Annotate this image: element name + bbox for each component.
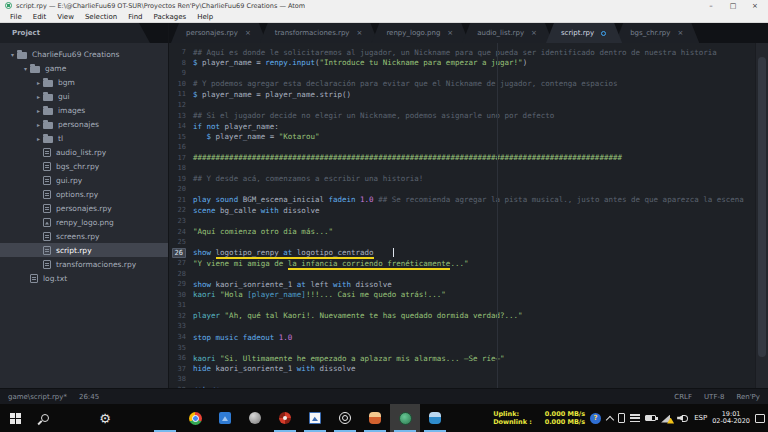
tab-personajes.rpy[interactable]: personajes.rpy×	[171, 23, 267, 43]
taskbar-girl-orange-icon[interactable]	[360, 404, 390, 432]
tab-bar: personajes.rpy×transformaciones.rpy×renp…	[169, 23, 768, 43]
language-indicator[interactable]: ESP	[694, 414, 707, 422]
tree-item-bgm[interactable]: ▸bgm	[0, 75, 168, 89]
chevron-right-icon[interactable]: ▸	[34, 121, 43, 128]
status-file-path[interactable]: game\script.rpy*	[8, 393, 67, 401]
status-grammar[interactable]: Ren'Py	[736, 393, 760, 401]
line-number-value: 21	[178, 196, 186, 204]
tree-item-label: gui	[58, 92, 70, 101]
taskbar-pinwheel-icon[interactable]	[270, 404, 300, 432]
tree-item-images[interactable]: ▸images	[0, 103, 168, 117]
menu-edit[interactable]: Edit	[28, 13, 52, 21]
action-center-icon[interactable]	[755, 414, 765, 423]
tree-item-script.rpy[interactable]: script.rpy	[0, 243, 168, 257]
tab-script.rpy[interactable]: script.rpy	[546, 23, 622, 43]
tray-keyboard-icon[interactable]	[630, 414, 640, 422]
menu-help[interactable]: Help	[192, 13, 218, 21]
status-line-ending[interactable]: CRLF	[674, 393, 692, 401]
code-line: 33	[169, 321, 768, 332]
editor-scrollbar[interactable]	[755, 43, 768, 388]
volume-icon[interactable]	[677, 414, 689, 423]
code-line: 31	[169, 300, 768, 311]
status-cursor-position[interactable]: 26:45	[79, 393, 99, 401]
menu-find[interactable]: Find	[123, 13, 147, 21]
menu-selection[interactable]: Selection	[80, 13, 122, 21]
taskbar-chrome-icon[interactable]	[180, 404, 210, 432]
tree-item-renpy_logo.png[interactable]: renpy_logo.png	[0, 215, 168, 229]
taskbar-girl-blue-icon[interactable]	[420, 404, 450, 432]
tab-close-icon[interactable]: ×	[357, 29, 363, 37]
minimize-button[interactable]: –	[700, 0, 722, 11]
tray-help-icon[interactable]: ?	[590, 413, 601, 424]
tree-item-audio_list.rpy[interactable]: audio_list.rpy	[0, 145, 168, 159]
close-button[interactable]: ×	[744, 0, 766, 11]
taskbar-search-icon[interactable]	[30, 404, 60, 432]
line-number: 18	[169, 164, 193, 172]
chevron-right-icon[interactable]: ▸	[34, 135, 43, 142]
taskbar-defender-icon[interactable]	[120, 404, 150, 432]
tab-close-icon[interactable]: ×	[531, 29, 537, 37]
hidden-icons-chevron-icon[interactable]	[606, 415, 613, 422]
menu-file[interactable]: File	[5, 13, 27, 21]
taskbar-sphere-icon[interactable]	[240, 404, 270, 432]
uplink-label: Uplink:	[493, 411, 519, 418]
tree-item-screens.rpy[interactable]: screens.rpy	[0, 229, 168, 243]
scrollbar-thumb[interactable]	[758, 57, 766, 357]
line-number-value: 32	[178, 312, 186, 320]
tab-renpy_logo.png[interactable]: renpy_logo.png×	[371, 23, 469, 43]
tree-item-options.rpy[interactable]: options.rpy	[0, 187, 168, 201]
line-number-value: 14	[178, 122, 186, 130]
line-number: 34	[169, 333, 193, 341]
tree-item-game[interactable]: ▾game	[0, 61, 168, 75]
tab-close-icon[interactable]: ×	[447, 29, 453, 37]
taskbar-task-view-icon[interactable]	[60, 404, 90, 432]
line-number: 37	[169, 365, 193, 373]
line-number: 21	[169, 196, 193, 204]
tree-item-CharlieFuu69 Creations[interactable]: ▾CharlieFuu69 Creations	[0, 47, 168, 61]
chevron-right-icon[interactable]: ▸	[34, 107, 43, 114]
tab-close-icon[interactable]: ×	[245, 29, 251, 37]
file-icon	[43, 260, 51, 269]
line-number-value: 29	[178, 280, 186, 288]
taskbar-target-icon[interactable]	[330, 404, 360, 432]
tab-audio_list.rpy[interactable]: audio_list.rpy×	[462, 23, 553, 43]
status-encoding[interactable]: UTF-8	[704, 393, 724, 401]
battery-icon[interactable]	[645, 415, 656, 421]
tab-bgs_chr.rpy[interactable]: bgs_chr.rpy×	[615, 23, 699, 43]
network-warning-icon[interactable]	[661, 414, 672, 423]
tab-transformaciones.rpy[interactable]: transformaciones.rpy×	[260, 23, 379, 43]
chevron-right-icon[interactable]: ▸	[34, 93, 43, 100]
maximize-button[interactable]: □	[722, 0, 744, 11]
tree-item-gui[interactable]: ▸gui	[0, 89, 168, 103]
taskbar-photos-icon[interactable]	[210, 404, 240, 432]
taskbar-viewer-icon[interactable]	[300, 404, 330, 432]
tray-device-icon[interactable]	[618, 413, 625, 423]
taskbar-explorer-icon[interactable]	[150, 404, 180, 432]
clock[interactable]: 19:01 02-04-2020	[712, 411, 750, 426]
tree-item-transformaciones.rpy[interactable]: transformaciones.rpy	[0, 257, 168, 271]
tree-item-personajes.rpy[interactable]: personajes.rpy	[0, 201, 168, 215]
modified-dot-icon[interactable]	[601, 31, 606, 36]
chevron-down-icon[interactable]: ▾	[21, 65, 30, 72]
chevron-down-icon[interactable]: ▾	[8, 51, 17, 58]
taskbar-atom-icon[interactable]	[390, 404, 420, 432]
code-editor[interactable]: 7## Aquí es donde le solicitaremos al ju…	[169, 43, 768, 388]
code-text: $ player_name = player_name.strip()	[193, 90, 351, 99]
taskbar-start-icon[interactable]	[0, 404, 30, 432]
menu-view[interactable]: View	[52, 13, 79, 21]
project-header[interactable]: Project	[0, 23, 150, 43]
tree-item-gui.rpy[interactable]: gui.rpy	[0, 173, 168, 187]
tree-item-personajes[interactable]: ▸personajes	[0, 117, 168, 131]
tree-item-label: personajes.rpy	[56, 204, 112, 213]
line-number: 11	[169, 90, 193, 98]
chevron-right-icon[interactable]: ▸	[34, 79, 43, 86]
line-number-value: 24	[178, 228, 186, 236]
tab-close-icon[interactable]: ×	[677, 29, 683, 37]
code-line: 18	[169, 163, 768, 174]
line-number-value: 17	[178, 154, 186, 162]
tree-item-tl[interactable]: ▸tl	[0, 131, 168, 145]
taskbar-settings-icon[interactable]: ⚙	[90, 404, 120, 432]
menu-packages[interactable]: Packages	[149, 13, 192, 21]
tree-item-bgs_chr.rpy[interactable]: bgs_chr.rpy	[0, 159, 168, 173]
tree-item-log.txt[interactable]: log.txt	[0, 271, 168, 285]
